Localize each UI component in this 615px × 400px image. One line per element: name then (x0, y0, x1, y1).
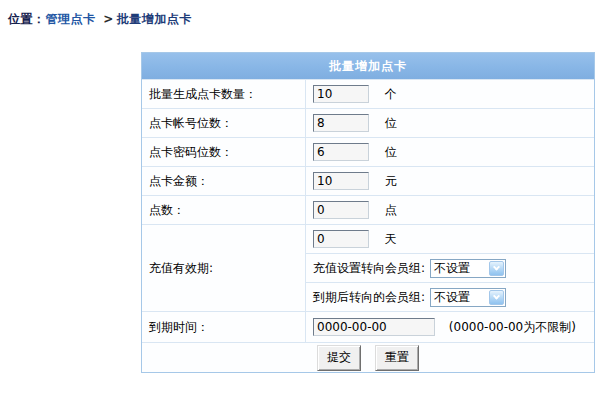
table-row-quantity: 批量生成点卡数量： 个 (142, 79, 594, 108)
expire-date-hint: (0000-00-00为不限制) (449, 320, 576, 334)
quantity-label: 批量生成点卡数量： (142, 79, 306, 108)
account-digits-label: 点卡帐号位数： (142, 108, 306, 137)
unit-label: 天 (385, 232, 397, 246)
breadcrumb-link-manage-cards[interactable]: 管理点卡 (46, 12, 96, 26)
expire-date-label: 到期时间： (142, 311, 306, 342)
expire-group-selected-value: 不设置 (434, 289, 470, 306)
breadcrumb-prefix: 位置： (8, 12, 46, 26)
recharge-group-label: 充值设置转向会员组: (313, 261, 425, 275)
table-row-amount: 点卡金额： 元 (142, 166, 594, 195)
unit-label: 位 (385, 116, 397, 130)
account-digits-input[interactable] (313, 114, 369, 132)
validity-label: 充值有效期: (142, 224, 306, 311)
table-row-actions: 提交 重置 (142, 342, 594, 372)
chevron-down-icon (489, 261, 504, 276)
recharge-group-select[interactable]: 不设置 (430, 259, 506, 278)
expire-group-select[interactable]: 不设置 (430, 288, 506, 307)
password-digits-input[interactable] (313, 143, 369, 161)
unit-label: 个 (385, 87, 397, 101)
reset-button[interactable]: 重置 (375, 345, 419, 371)
breadcrumb-current: 批量增加点卡 (117, 12, 192, 26)
points-label: 点数： (142, 195, 306, 224)
breadcrumb: 位置：管理点卡 >批量增加点卡 (8, 11, 192, 28)
unit-label: 点 (385, 203, 397, 217)
validity-days-input[interactable] (313, 230, 369, 248)
expire-group-label: 到期后转向的会员组: (313, 290, 425, 304)
table-row-account-digits: 点卡帐号位数： 位 (142, 108, 594, 137)
quantity-input[interactable] (313, 85, 369, 103)
table-row-validity-days: 充值有效期: 天 (142, 224, 594, 253)
amount-label: 点卡金额： (142, 166, 306, 195)
points-input[interactable] (313, 201, 369, 219)
batch-add-card-form: 批量增加点卡 批量生成点卡数量： 个 点卡帐号位数： 位 点卡密码位数： 位 点… (141, 52, 595, 373)
chevron-down-icon (489, 290, 504, 305)
unit-label: 位 (385, 145, 397, 159)
table-row-expire-date: 到期时间： (0000-00-00为不限制) (142, 311, 594, 342)
password-digits-label: 点卡密码位数： (142, 137, 306, 166)
unit-label: 元 (385, 174, 397, 188)
recharge-group-selected-value: 不设置 (434, 260, 470, 277)
table-row-password-digits: 点卡密码位数： 位 (142, 137, 594, 166)
form-header-row: 批量增加点卡 (142, 53, 594, 79)
amount-input[interactable] (313, 172, 369, 190)
form-title: 批量增加点卡 (142, 53, 594, 79)
breadcrumb-separator: > (103, 12, 114, 26)
submit-button[interactable]: 提交 (317, 345, 361, 371)
table-row-points: 点数： 点 (142, 195, 594, 224)
expire-date-input[interactable] (313, 318, 435, 336)
